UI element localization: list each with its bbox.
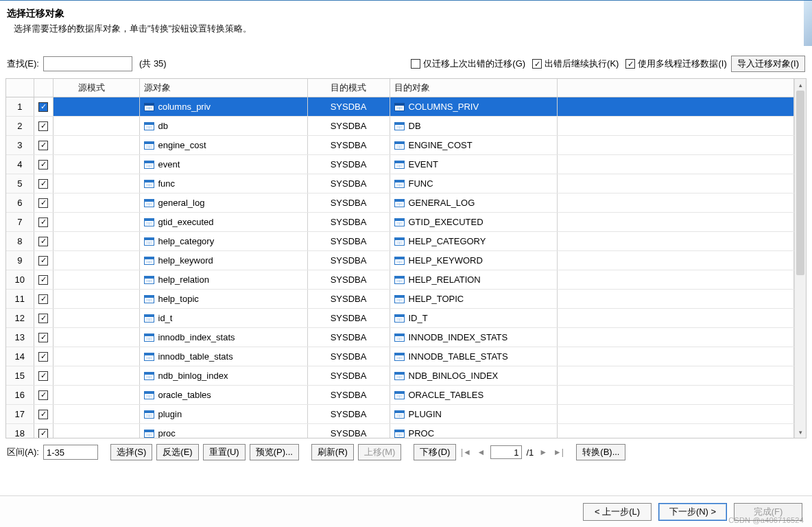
col-check[interactable] bbox=[34, 79, 53, 97]
back-button[interactable]: < 上一步(L) bbox=[583, 503, 652, 521]
col-source-schema[interactable]: 源模式 bbox=[53, 79, 139, 97]
next-page-icon[interactable]: ► bbox=[538, 447, 549, 457]
row-checkbox[interactable] bbox=[34, 347, 53, 366]
row-number: 15 bbox=[6, 366, 34, 385]
row-checkbox[interactable] bbox=[34, 97, 53, 116]
table-row[interactable]: 13innodb_index_statsSYSDBAINNODB_INDEX_S… bbox=[6, 327, 794, 347]
cell-dest-schema: SYSDBA bbox=[307, 250, 390, 270]
row-checkbox[interactable] bbox=[34, 385, 53, 404]
table-row[interactable]: 16oracle_tablesSYSDBAORACLE_TABLES bbox=[6, 385, 794, 404]
cell-source-object: innodb_index_stats bbox=[139, 327, 307, 347]
row-number: 1 bbox=[6, 97, 34, 116]
table-icon bbox=[144, 257, 154, 265]
checkbox-only-error-label: 仅迁移上次出错的迁移(G) bbox=[423, 58, 525, 70]
move-down-button[interactable]: 下移(D) bbox=[414, 444, 456, 460]
table-row[interactable]: 10help_relationSYSDBAHELP_RELATION bbox=[6, 270, 794, 289]
first-page-icon[interactable]: |◄ bbox=[460, 447, 471, 457]
cell-dest-schema: SYSDBA bbox=[307, 404, 390, 423]
table-row[interactable]: 2dbSYSDBADB bbox=[6, 116, 794, 135]
row-checkbox[interactable] bbox=[34, 174, 53, 193]
table-icon bbox=[394, 103, 405, 111]
row-checkbox[interactable] bbox=[34, 154, 53, 174]
last-page-icon[interactable]: ►| bbox=[553, 447, 564, 457]
scroll-track[interactable] bbox=[795, 91, 806, 426]
table-row[interactable]: 5funcSYSDBAFUNC bbox=[6, 174, 794, 193]
cell-filler bbox=[557, 289, 794, 308]
checkbox-icon bbox=[38, 390, 48, 400]
row-checkbox[interactable] bbox=[34, 116, 53, 135]
table-row[interactable]: 7gtid_executedSYSDBAGTID_EXECUTED bbox=[6, 212, 794, 231]
checkbox-only-error[interactable]: 仅迁移上次出错的迁移(G) bbox=[411, 58, 525, 70]
col-dest-object[interactable]: 目的对象 bbox=[390, 79, 557, 97]
row-checkbox[interactable] bbox=[34, 193, 53, 212]
row-checkbox[interactable] bbox=[34, 308, 53, 327]
find-input[interactable] bbox=[43, 56, 132, 71]
refresh-button[interactable]: 刷新(R) bbox=[311, 444, 354, 460]
cell-source-schema bbox=[53, 385, 139, 404]
row-checkbox[interactable] bbox=[34, 423, 53, 438]
table-icon bbox=[144, 391, 154, 399]
cell-source-schema bbox=[53, 327, 139, 347]
row-checkbox[interactable] bbox=[34, 366, 53, 385]
cell-filler bbox=[557, 250, 794, 270]
col-dest-schema[interactable]: 目的模式 bbox=[307, 79, 390, 97]
table-icon bbox=[144, 199, 154, 207]
checkbox-continue-on-error[interactable]: 出错后继续执行(K) bbox=[532, 58, 619, 70]
row-checkbox[interactable] bbox=[34, 212, 53, 231]
table-row[interactable]: 17pluginSYSDBAPLUGIN bbox=[6, 404, 794, 423]
vertical-scrollbar[interactable]: ▴ ▾ bbox=[794, 79, 806, 438]
preview-button[interactable]: 预览(P)... bbox=[250, 444, 299, 460]
invert-button[interactable]: 反选(E) bbox=[156, 444, 198, 460]
select-button[interactable]: 选择(S) bbox=[110, 444, 152, 460]
col-source-object[interactable]: 源对象 bbox=[139, 79, 307, 97]
row-checkbox[interactable] bbox=[34, 289, 53, 308]
scroll-up-icon[interactable]: ▴ bbox=[795, 79, 806, 91]
convert-button[interactable]: 转换(B)... bbox=[576, 444, 625, 460]
cell-dest-schema: SYSDBA bbox=[307, 135, 390, 154]
col-rownum[interactable] bbox=[6, 79, 34, 97]
row-checkbox[interactable] bbox=[34, 270, 53, 289]
table-row[interactable]: 9help_keywordSYSDBAHELP_KEYWORD bbox=[6, 250, 794, 270]
reset-button[interactable]: 重置(U) bbox=[203, 444, 246, 460]
table-icon bbox=[394, 237, 405, 246]
checkbox-multithread[interactable]: 使用多线程迁移数据(I) bbox=[625, 58, 726, 70]
import-objects-button[interactable]: 导入迁移对象(I) bbox=[731, 56, 805, 72]
row-number: 16 bbox=[6, 385, 34, 404]
table-row[interactable]: 4eventSYSDBAEVENT bbox=[6, 154, 794, 174]
move-up-button[interactable]: 上移(M) bbox=[358, 444, 402, 460]
row-checkbox[interactable] bbox=[34, 250, 53, 270]
next-button[interactable]: 下一步(N) > bbox=[658, 503, 727, 521]
toolbar: 查找(E): (共 35) 仅迁移上次出错的迁移(G) 出错后继续执行(K) 使… bbox=[0, 35, 812, 76]
prev-page-icon[interactable]: ◄ bbox=[475, 447, 486, 457]
cell-dest-object: HELP_KEYWORD bbox=[390, 250, 557, 270]
row-checkbox[interactable] bbox=[34, 404, 53, 423]
row-number: 3 bbox=[6, 135, 34, 154]
cell-source-object: help_relation bbox=[139, 270, 307, 289]
table-row[interactable]: 1columns_privSYSDBACOLUMNS_PRIV bbox=[6, 97, 794, 116]
controls-bar: 区间(A): 选择(S) 反选(E) 重置(U) 预览(P)... 刷新(R) … bbox=[0, 438, 812, 460]
row-checkbox[interactable] bbox=[34, 135, 53, 154]
table-row[interactable]: 14innodb_table_statsSYSDBAINNODB_TABLE_S… bbox=[6, 347, 794, 366]
cell-source-schema bbox=[53, 174, 139, 193]
cell-filler bbox=[557, 385, 794, 404]
row-checkbox[interactable] bbox=[34, 231, 53, 250]
page-input[interactable] bbox=[490, 445, 522, 459]
row-number: 17 bbox=[6, 404, 34, 423]
scroll-down-icon[interactable]: ▾ bbox=[795, 426, 806, 438]
table-row[interactable]: 15ndb_binlog_indexSYSDBANDB_BINLOG_INDEX bbox=[6, 366, 794, 385]
checkbox-icon bbox=[38, 198, 48, 208]
table-row[interactable]: 6general_logSYSDBAGENERAL_LOG bbox=[6, 193, 794, 212]
table-row[interactable]: 12id_tSYSDBAID_T bbox=[6, 308, 794, 327]
cell-source-object: id_t bbox=[139, 308, 307, 327]
cell-source-schema bbox=[53, 404, 139, 423]
row-checkbox[interactable] bbox=[34, 327, 53, 347]
table-row[interactable]: 8help_categorySYSDBAHELP_CATEGORY bbox=[6, 231, 794, 250]
table-row[interactable]: 18procSYSDBAPROC bbox=[6, 423, 794, 438]
scroll-thumb[interactable] bbox=[796, 91, 804, 275]
range-input[interactable] bbox=[43, 445, 98, 460]
cell-dest-object: FUNC bbox=[390, 174, 557, 193]
table-row[interactable]: 3engine_costSYSDBAENGINE_COST bbox=[6, 135, 794, 154]
table-icon bbox=[144, 276, 154, 284]
table-row[interactable]: 11help_topicSYSDBAHELP_TOPIC bbox=[6, 289, 794, 308]
checkbox-icon bbox=[38, 352, 48, 362]
